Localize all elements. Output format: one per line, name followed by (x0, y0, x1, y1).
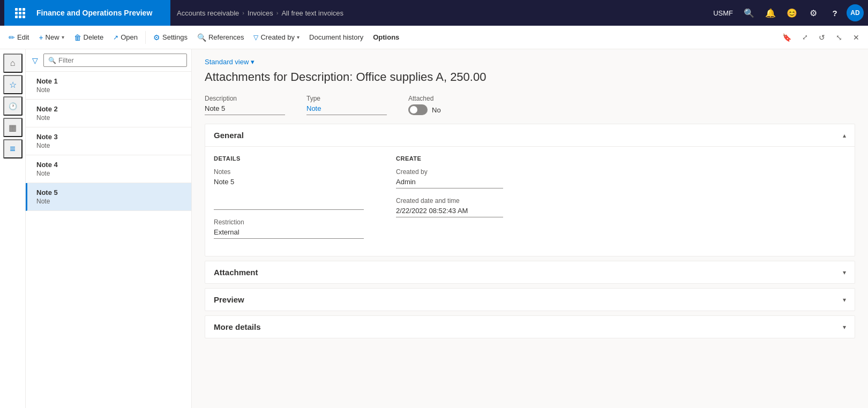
attached-label: Attached (408, 95, 441, 102)
details-create-row: DETAILS Notes Note 5 Restriction Externa… (214, 155, 846, 247)
breadcrumb-accounts-receivable[interactable]: Accounts receivable (177, 9, 239, 17)
more-details-section-header[interactable]: More details ▾ (205, 316, 855, 338)
top-nav: Finance and Operations Preview Accounts … (0, 0, 868, 26)
top-fields-row: Description Note 5 Type Note Attached No (205, 95, 855, 115)
left-sidebar: ⌂ ☆ 🕐 ▦ ≡ (0, 49, 26, 408)
restriction-field: Restriction External (214, 218, 364, 239)
references-button[interactable]: 🔍 References (193, 30, 248, 45)
notes-value[interactable]: Note 5 (214, 178, 364, 210)
preview-section: Preview ▾ (205, 288, 855, 311)
created-by-field: Created by Admin (396, 168, 503, 188)
attachment-section: Attachment ▾ (205, 261, 855, 284)
created-date-field: Created date and time 2/22/2022 08:52:43… (396, 197, 503, 217)
standard-view-label: Standard view (205, 58, 249, 66)
list-items: Note 1 Note Note 2 Note Note 3 Note Note… (26, 72, 191, 408)
references-label: References (208, 33, 244, 41)
notes-label: Notes (214, 168, 364, 176)
document-history-button[interactable]: Document history (305, 30, 368, 44)
sidebar-recent-button[interactable]: 🕐 (3, 96, 23, 116)
trash-icon: 🗑 (74, 33, 81, 42)
list-item-note1[interactable]: Note 1 Note (26, 72, 191, 100)
list-item-note3[interactable]: Note 3 Note (26, 127, 191, 155)
details-heading: DETAILS (214, 155, 364, 162)
type-value[interactable]: Note (306, 104, 387, 115)
created-by-button[interactable]: ▽ Created by ▾ (249, 30, 304, 44)
attached-toggle[interactable] (408, 104, 428, 115)
notes-field: Notes Note 5 (214, 168, 364, 210)
share-button[interactable]: ⤢ (798, 30, 812, 44)
avatar-button[interactable]: AD (847, 4, 864, 21)
bookmark-button[interactable]: 🔖 (778, 30, 796, 45)
open-label: Open (121, 33, 138, 41)
standard-view-bar[interactable]: Standard view ▾ (205, 58, 855, 66)
sidebar-home-button[interactable]: ⌂ (3, 54, 23, 73)
restriction-value[interactable]: External (214, 228, 364, 239)
waffle-button[interactable] (13, 3, 32, 22)
breadcrumb: Accounts receivable › Invoices › All fre… (170, 9, 709, 17)
attachment-section-chevron: ▾ (843, 269, 846, 276)
filter-input[interactable] (58, 56, 182, 64)
search-nav-button[interactable]: 🔍 (739, 3, 759, 22)
main-layout: ⌂ ☆ 🕐 ▦ ≡ ▽ 🔍 Note 1 Note Note 2 Note No… (0, 49, 868, 408)
attachment-section-header[interactable]: Attachment ▾ (205, 261, 855, 283)
settings-button[interactable]: ⚙ Settings (149, 30, 192, 45)
description-value[interactable]: Note 5 (205, 104, 285, 115)
new-label: New (46, 33, 59, 41)
list-item-note5[interactable]: Note 5 Note (26, 183, 191, 211)
list-toolbar: ▽ 🔍 (26, 49, 191, 72)
settings-nav-button[interactable]: ⚙ (804, 3, 823, 22)
close-button[interactable]: ✕ (849, 30, 864, 45)
edit-button[interactable]: ✏ Edit (4, 30, 33, 45)
general-section-chevron: ▴ (843, 132, 846, 139)
references-icon: 🔍 (197, 33, 206, 42)
description-label: Description (205, 95, 285, 102)
create-col: CREATE Created by Admin Created date and… (396, 155, 503, 247)
smiley-button[interactable]: 😊 (782, 3, 802, 22)
list-item-note5-sub: Note (36, 198, 183, 205)
preview-section-header[interactable]: Preview ▾ (205, 289, 855, 311)
toolbar-right: 🔖 ⤢ ↺ ⤡ ✕ (778, 30, 864, 45)
sidebar-star-button[interactable]: ☆ (3, 75, 23, 94)
page-title: Attachments for Description: Office supp… (205, 70, 855, 84)
sidebar-grid-button[interactable]: ▦ (3, 118, 23, 137)
plus-icon: + (39, 33, 43, 42)
more-details-section: More details ▾ (205, 315, 855, 338)
created-date-label: Created date and time (396, 197, 503, 205)
list-item-note2-title: Note 2 (36, 105, 183, 113)
created-by-label: Created by (396, 168, 503, 176)
standard-view-chevron: ▾ (251, 58, 255, 66)
list-item-note4[interactable]: Note 4 Note (26, 155, 191, 183)
list-item-note3-sub: Note (36, 142, 183, 149)
list-item-note1-sub: Note (36, 86, 183, 94)
options-button[interactable]: Options (369, 30, 403, 44)
attached-value: No (432, 106, 441, 114)
breadcrumb-all-free-text-invoices[interactable]: All free text invoices (281, 9, 343, 17)
detail-panel: Standard view ▾ Attachments for Descript… (192, 49, 868, 408)
more-details-section-chevron: ▾ (843, 323, 846, 331)
list-item-note2[interactable]: Note 2 Note (26, 100, 191, 127)
created-by-value[interactable]: Admin (396, 178, 503, 188)
description-field: Description Note 5 (205, 95, 285, 115)
options-label: Options (373, 33, 399, 41)
open-button[interactable]: ↗ Open (109, 30, 142, 44)
created-by-label: Created by (260, 33, 295, 41)
breadcrumb-invoices[interactable]: Invoices (248, 9, 273, 17)
delete-button[interactable]: 🗑 Delete (70, 30, 108, 45)
refresh-button[interactable]: ↺ (814, 30, 829, 45)
list-item-note5-title: Note 5 (36, 188, 183, 197)
list-filter-button[interactable]: ▽ (30, 54, 40, 67)
fullscreen-button[interactable]: ⤡ (832, 30, 847, 45)
edit-icon: ✏ (9, 33, 15, 42)
general-section-body: DETAILS Notes Note 5 Restriction Externa… (205, 147, 855, 256)
list-panel: ▽ 🔍 Note 1 Note Note 2 Note Note 3 Note … (26, 49, 192, 408)
general-section-header[interactable]: General ▴ (205, 124, 855, 147)
bell-button[interactable]: 🔔 (761, 3, 780, 22)
created-date-value[interactable]: 2/22/2022 08:52:43 AM (396, 207, 503, 217)
help-button[interactable]: ? (825, 3, 844, 22)
top-nav-right: USMF 🔍 🔔 😊 ⚙ ? AD (709, 3, 864, 22)
open-icon: ↗ (113, 34, 118, 41)
sidebar-list-button[interactable]: ≡ (3, 139, 23, 158)
brand-title: Finance and Operations Preview (36, 9, 152, 17)
new-button[interactable]: + New ▾ (34, 30, 68, 45)
breadcrumb-sep-2: › (276, 10, 279, 16)
